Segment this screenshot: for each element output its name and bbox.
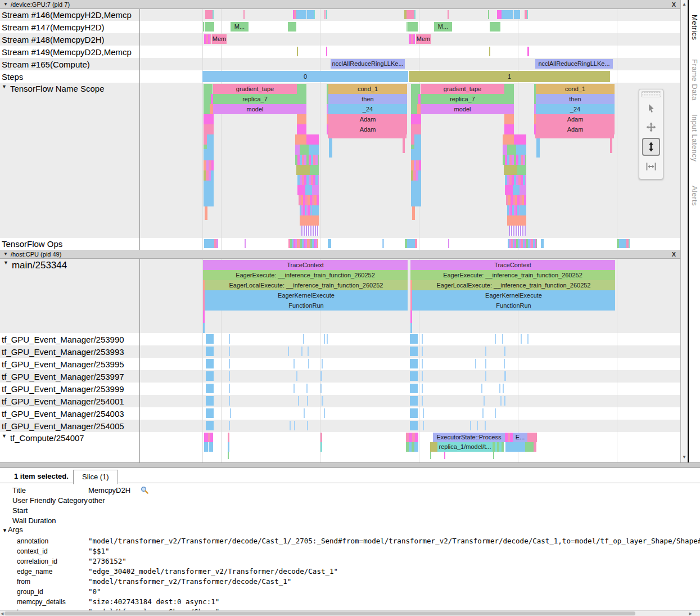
trace-slice-fragment[interactable] bbox=[308, 359, 309, 368]
trace-slice[interactable]: ncclAllReduceRingLLKe... bbox=[535, 59, 613, 69]
trace-slice[interactable]: _24 bbox=[328, 104, 407, 114]
trace-slice-fragment[interactable] bbox=[206, 396, 214, 406]
trace-slice-fragment[interactable] bbox=[204, 239, 214, 248]
trace-slice-fragment[interactable] bbox=[320, 433, 322, 442]
horizontal-scrollbar[interactable]: ◀ ▶ bbox=[0, 610, 700, 616]
magnifier-icon[interactable] bbox=[141, 486, 148, 496]
trace-slice-fragment[interactable] bbox=[229, 384, 230, 393]
trace-slice-fragment[interactable] bbox=[502, 10, 513, 19]
trace-slice-fragment[interactable] bbox=[410, 408, 418, 418]
toolbar-drag-handle-icon[interactable] bbox=[641, 91, 661, 97]
trace-slice-fragment[interactable] bbox=[541, 239, 544, 248]
trace-slice[interactable]: replica_7 bbox=[421, 94, 504, 104]
section-header-cpu[interactable]: ▼/host:CPU (pid 49)X bbox=[0, 250, 680, 259]
section-header-gpu[interactable]: ▼/device:GPU:7 (pid 7)X bbox=[0, 0, 680, 9]
trace-slice[interactable]: gradient_tape bbox=[213, 84, 297, 94]
trace-slice-fragment[interactable] bbox=[243, 10, 245, 19]
trace-slice-fragment[interactable] bbox=[422, 359, 423, 368]
trace-slice-fragment[interactable] bbox=[307, 10, 314, 19]
trace-slice-fragment[interactable] bbox=[477, 421, 478, 430]
trace-slice-fragment[interactable] bbox=[503, 134, 514, 145]
trace-slice-fragment[interactable] bbox=[504, 359, 505, 368]
trace-slice-fragment[interactable] bbox=[507, 215, 526, 226]
trace-slice-fragment[interactable] bbox=[324, 334, 325, 344]
trace-slice[interactable]: FunctionRun bbox=[412, 300, 615, 311]
trace-slice-fragment[interactable] bbox=[422, 347, 423, 356]
trace-slice-fragment[interactable] bbox=[211, 170, 214, 181]
trace-slice-fragment[interactable] bbox=[229, 371, 230, 381]
trace-slice-fragment[interactable] bbox=[629, 239, 630, 248]
trace-slice-fragment[interactable] bbox=[290, 421, 291, 430]
trace-slice-fragment[interactable] bbox=[300, 145, 309, 155]
trace-slice-fragment[interactable] bbox=[504, 371, 506, 381]
trace-slice-fragment[interactable] bbox=[322, 396, 323, 406]
trace-slice[interactable]: ncclAllReduceRingLLKe... bbox=[331, 59, 405, 69]
trace-slice-fragment[interactable] bbox=[204, 181, 214, 206]
trace-slice-fragment[interactable] bbox=[308, 347, 309, 356]
trace-slice[interactable]: 1 bbox=[409, 71, 610, 82]
trace-slice[interactable]: ExecutorState::Process bbox=[433, 433, 505, 442]
trace-slice-fragment[interactable] bbox=[509, 226, 526, 236]
trace-slice[interactable]: 0 bbox=[202, 71, 408, 82]
trace-slice-fragment[interactable] bbox=[504, 84, 514, 104]
row-label[interactable]: ▼tf_Compute/254007 bbox=[0, 432, 138, 462]
trace-slice-fragment[interactable] bbox=[303, 334, 304, 344]
trace-slice-fragment[interactable] bbox=[230, 408, 231, 418]
trace-slice-fragment[interactable] bbox=[408, 22, 418, 32]
trace-slice-fragment[interactable] bbox=[324, 408, 325, 418]
trace-slice-fragment[interactable] bbox=[503, 145, 507, 155]
args-section-header[interactable]: ▼Args bbox=[2, 525, 23, 534]
trace-slice-fragment[interactable] bbox=[619, 239, 626, 248]
trace-slice-fragment[interactable] bbox=[297, 175, 319, 185]
trace-slice-fragment[interactable] bbox=[503, 384, 504, 393]
trace-slice-fragment[interactable] bbox=[297, 124, 306, 134]
trace-slice[interactable]: _24 bbox=[536, 104, 615, 114]
pan-tool-button[interactable] bbox=[643, 119, 660, 136]
trace-slice-fragment[interactable] bbox=[293, 384, 295, 393]
trace-slice-fragment[interactable] bbox=[229, 396, 230, 406]
trace-slice-fragment[interactable] bbox=[407, 22, 408, 32]
trace-slice[interactable]: replica_1/model/t... bbox=[437, 442, 493, 452]
trace-slice-fragment[interactable] bbox=[430, 452, 431, 459]
trace-slice-fragment[interactable] bbox=[527, 47, 529, 56]
trace-slice-fragment[interactable] bbox=[216, 239, 218, 248]
trace-slice-fragment[interactable] bbox=[411, 124, 421, 134]
trace-slice-fragment[interactable] bbox=[489, 47, 490, 56]
trace-slice-fragment[interactable] bbox=[490, 22, 500, 32]
trace-slice-fragment[interactable] bbox=[422, 396, 423, 406]
trace-slice-fragment[interactable] bbox=[535, 134, 614, 138]
trace-slice-fragment[interactable] bbox=[327, 334, 328, 344]
timing-tool-button[interactable] bbox=[643, 158, 660, 175]
trace-slice-fragment[interactable] bbox=[422, 334, 423, 344]
trace-slice[interactable]: cond_1 bbox=[328, 84, 407, 94]
trace-slice-fragment[interactable] bbox=[506, 195, 526, 205]
tab-alerts[interactable]: Alerts bbox=[690, 186, 699, 206]
trace-slice-fragment[interactable] bbox=[444, 452, 445, 459]
trace-slice-fragment[interactable] bbox=[423, 421, 424, 430]
trace-slice-fragment[interactable] bbox=[307, 421, 308, 430]
trace-slice-fragment[interactable] bbox=[520, 185, 526, 195]
trace-slice-fragment[interactable] bbox=[296, 10, 306, 19]
trace-slice-fragment[interactable] bbox=[306, 134, 319, 145]
trace-slice-fragment[interactable] bbox=[495, 408, 496, 418]
trace-slice-fragment[interactable] bbox=[410, 323, 412, 333]
trace-slice[interactable]: then bbox=[328, 94, 407, 104]
trace-slice-fragment[interactable] bbox=[410, 371, 418, 381]
trace-slice-fragment[interactable] bbox=[213, 10, 214, 19]
trace-slice-fragment[interactable] bbox=[210, 34, 211, 44]
trace-slice[interactable]: cond_1 bbox=[536, 84, 615, 94]
trace-slice-fragment[interactable] bbox=[297, 104, 306, 114]
trace-slice-fragment[interactable] bbox=[493, 452, 494, 459]
trace-slice-fragment[interactable] bbox=[423, 408, 424, 418]
trace-slice-fragment[interactable] bbox=[206, 408, 214, 418]
trace-slice-fragment[interactable] bbox=[525, 442, 534, 452]
trace-slice-fragment[interactable] bbox=[514, 10, 520, 19]
trace-slice-fragment[interactable] bbox=[507, 205, 520, 215]
tab-frame-data[interactable]: Frame Data bbox=[690, 59, 699, 101]
trace-slice-fragment[interactable] bbox=[304, 408, 305, 418]
trace-slice-fragment[interactable] bbox=[305, 185, 312, 195]
trace-slice-fragment[interactable] bbox=[482, 408, 484, 418]
trace-slice-fragment[interactable] bbox=[294, 421, 295, 430]
trace-slice-fragment[interactable] bbox=[504, 104, 514, 114]
trace-slice-fragment[interactable] bbox=[203, 311, 205, 323]
